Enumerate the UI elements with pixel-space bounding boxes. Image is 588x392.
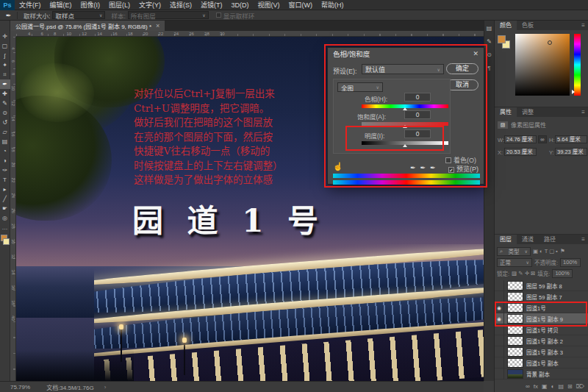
- eyedropper-tool[interactable]: ✒: [0, 79, 10, 89]
- visibility-toggle[interactable]: [495, 357, 504, 368]
- delete-layer-icon[interactable]: ⌦: [576, 383, 584, 390]
- visibility-toggle[interactable]: [495, 346, 504, 357]
- layer-row[interactable]: 背景 副本: [495, 368, 588, 379]
- preview-option[interactable]: ✓预览(P): [448, 164, 478, 174]
- zoom-tool[interactable]: ◎: [0, 213, 10, 223]
- layer-thumbnail[interactable]: [507, 358, 523, 368]
- preset-dropdown[interactable]: 默认值 ∨: [362, 64, 444, 74]
- menu-select[interactable]: 选择(S): [165, 0, 196, 10]
- color-picker-marker[interactable]: [548, 40, 552, 45]
- y-value[interactable]: 39.23 厘米: [555, 148, 587, 156]
- layer-row-selected[interactable]: ◉ 园道1号 副本 9: [495, 313, 588, 324]
- x-value[interactable]: 20.53 厘米: [504, 148, 537, 156]
- preview-checkbox[interactable]: ✓: [448, 167, 454, 173]
- layer-thumbnail[interactable]: [507, 303, 523, 313]
- hue-strip-marker[interactable]: [572, 90, 575, 94]
- colorize-checkbox[interactable]: [445, 157, 451, 163]
- channel-dropdown[interactable]: 全图 ∨: [337, 82, 383, 92]
- tab-channels[interactable]: 通道: [517, 235, 539, 244]
- document-tab[interactable]: 公园道一号.psd @ 75.8% (园道1号 副本 9, RGB/8) * ×: [10, 21, 165, 31]
- dialog-title-bar[interactable]: 色相/饱和度 ✕: [328, 48, 484, 60]
- filter-type-dropdown[interactable]: ⌕ 类型 ∨: [497, 247, 531, 256]
- visibility-toggle[interactable]: ◉: [495, 313, 504, 324]
- layer-thumbnail[interactable]: [507, 281, 523, 291]
- brush-tool[interactable]: ✎: [0, 99, 10, 108]
- layer-thumbnail[interactable]: [507, 347, 523, 357]
- magic-wand-tool[interactable]: ✦: [0, 60, 10, 70]
- menu-edit[interactable]: 编辑(E): [46, 0, 76, 10]
- lock-icons[interactable]: ▨ ✎ ✛ ⊠: [512, 270, 535, 277]
- menu-window[interactable]: 窗口(W): [284, 0, 318, 10]
- menu-image[interactable]: 图像(I): [76, 0, 105, 10]
- tab-properties[interactable]: 属性: [495, 107, 517, 117]
- menu-layer[interactable]: 图层(L): [104, 0, 135, 10]
- tab-adjustments[interactable]: 调整: [517, 107, 539, 117]
- hand-tool[interactable]: ☛: [0, 204, 10, 213]
- opacity-dropdown[interactable]: 100%: [560, 258, 581, 267]
- saturation-input[interactable]: 0: [404, 110, 431, 119]
- menu-view[interactable]: 视图(V): [254, 0, 284, 10]
- menu-3d[interactable]: 3D(D): [227, 0, 254, 10]
- hue-slider[interactable]: [362, 104, 448, 108]
- menu-filter[interactable]: 滤镜(T): [196, 0, 227, 10]
- fill-dropdown[interactable]: 100%: [552, 269, 573, 278]
- new-layer-icon[interactable]: ⊞: [567, 383, 573, 390]
- adjustment-layer-icon[interactable]: ◐: [551, 383, 555, 390]
- type-tool[interactable]: T: [0, 175, 10, 185]
- visibility-toggle[interactable]: [495, 368, 504, 379]
- layer-name[interactable]: 背景 副本: [526, 370, 550, 378]
- layer-name[interactable]: 园道1号 副本 3: [526, 348, 563, 356]
- more-tools-icon[interactable]: …: [0, 223, 10, 232]
- visibility-toggle[interactable]: [495, 291, 504, 302]
- on-image-adjust-icon[interactable]: ☝: [333, 162, 343, 171]
- brush-panel-icon[interactable]: ✎: [487, 38, 492, 45]
- layer-name[interactable]: 图层 59 副本 7: [526, 293, 562, 301]
- layer-row[interactable]: 图层 59 副本 7: [495, 291, 588, 302]
- height-value[interactable]: 5.64 厘米: [555, 135, 587, 143]
- background-color-swatch[interactable]: [3, 238, 10, 245]
- layer-name[interactable]: 园道1号 副本 2: [526, 337, 563, 345]
- layer-name[interactable]: 图层 59 副本 8: [526, 282, 562, 290]
- zoom-level[interactable]: 75.79%: [10, 384, 30, 391]
- ok-button[interactable]: 确定: [446, 63, 478, 74]
- menu-help[interactable]: 帮助(H): [317, 0, 348, 10]
- sample-size-dropdown[interactable]: 取样点 ∨: [52, 11, 105, 19]
- cancel-button[interactable]: 取消: [446, 79, 478, 90]
- color-swatches[interactable]: [0, 235, 10, 246]
- layer-name[interactable]: 园道1号 副本: [526, 359, 559, 367]
- pen-tool[interactable]: ✑: [0, 165, 10, 175]
- lasso-tool[interactable]: ʃ: [0, 51, 10, 60]
- slider-thumb[interactable]: [403, 125, 407, 128]
- eyedropper-buttons[interactable]: ✒✒✒: [410, 164, 440, 171]
- clone-stamp-tool[interactable]: ⊙: [0, 108, 10, 118]
- layer-name[interactable]: 园道1号 拷贝: [526, 326, 559, 334]
- hue-input[interactable]: 0: [404, 93, 431, 101]
- width-value[interactable]: 24.76 厘米: [504, 135, 537, 143]
- visibility-toggle[interactable]: [495, 335, 504, 346]
- link-layers-icon[interactable]: ∞: [526, 383, 530, 390]
- move-tool[interactable]: ✛: [0, 32, 10, 41]
- layer-thumbnail[interactable]: [507, 369, 523, 379]
- menu-type[interactable]: 文字(Y): [135, 0, 165, 10]
- layer-thumbnail[interactable]: [507, 325, 523, 335]
- filter-pin-icon[interactable]: ⚑: [560, 248, 565, 254]
- color-picker-field[interactable]: [515, 34, 570, 96]
- slider-thumb[interactable]: [403, 144, 407, 147]
- crop-tool[interactable]: ⌗: [0, 70, 10, 79]
- tab-swatches[interactable]: 色板: [517, 21, 539, 30]
- panel-menu-icon[interactable]: ≡: [581, 235, 588, 244]
- layer-row[interactable]: 图层 59 副本 8: [495, 280, 588, 291]
- link-dimensions-icon[interactable]: ∞: [538, 135, 547, 143]
- layer-style-icon[interactable]: fx: [534, 383, 538, 390]
- history-brush-tool[interactable]: ↺: [0, 118, 10, 127]
- layer-row[interactable]: ◉ 园道1号: [495, 302, 588, 313]
- character-panel-icon[interactable]: ¶: [487, 65, 490, 71]
- layer-name[interactable]: 园道1号: [526, 304, 546, 312]
- visibility-toggle[interactable]: [495, 280, 504, 291]
- blur-tool[interactable]: ◔: [0, 146, 10, 156]
- layer-row[interactable]: 园道1号 副本: [495, 357, 588, 368]
- layer-mask-icon[interactable]: ▣: [542, 383, 548, 390]
- hue-strip[interactable]: [574, 34, 581, 96]
- menu-file[interactable]: 文件(F): [15, 0, 46, 10]
- panel-menu-icon[interactable]: ≡: [581, 21, 588, 30]
